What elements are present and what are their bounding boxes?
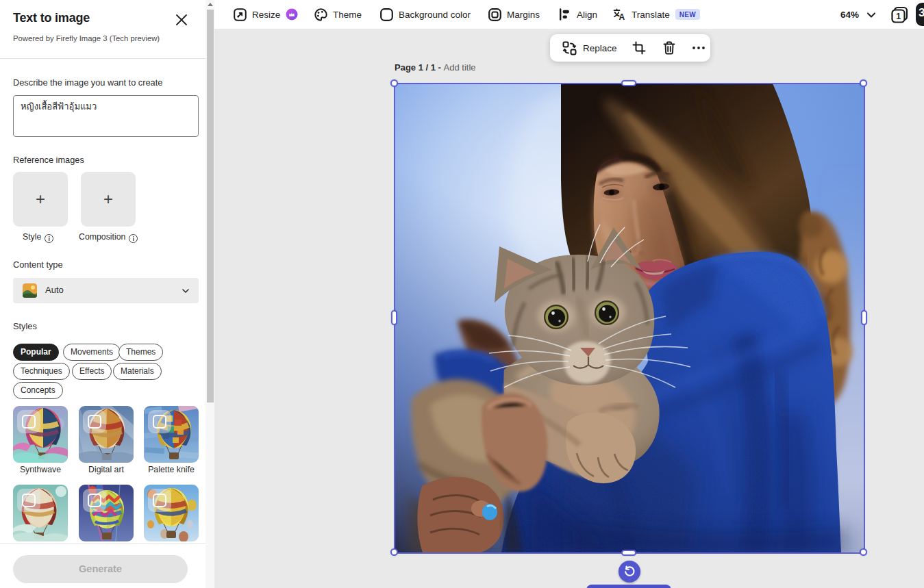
svg-text:1: 1	[896, 12, 901, 21]
svg-text:A: A	[619, 12, 625, 21]
